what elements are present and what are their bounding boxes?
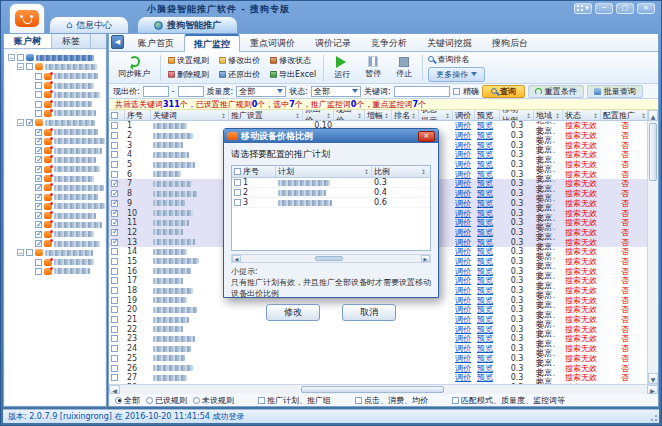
- column-header-kw[interactable]: 关键词↕: [151, 110, 229, 120]
- plan-header-plan[interactable]: 计划 ↕: [276, 166, 372, 177]
- tree-node[interactable]: [26, 267, 105, 276]
- scrollbar-thumb[interactable]: [301, 386, 444, 393]
- modify-button[interactable]: 修改: [266, 304, 320, 321]
- row-checkbox[interactable]: [111, 142, 118, 149]
- pause-button[interactable]: 暂停: [360, 56, 386, 79]
- tree-node[interactable]: [26, 211, 105, 220]
- tree-checkbox[interactable]: [35, 129, 42, 136]
- tree-checkbox[interactable]: [35, 268, 42, 275]
- dialog-close-button[interactable]: ✕: [418, 131, 435, 142]
- tree-checkbox[interactable]: [35, 138, 42, 145]
- tree-checkbox[interactable]: [26, 119, 33, 126]
- doc-tab-info-center[interactable]: ⌂信息中心: [49, 16, 129, 33]
- radio-icon[interactable]: [146, 397, 153, 404]
- row-checkbox[interactable]: [111, 248, 118, 255]
- tree-checkbox[interactable]: [35, 156, 42, 163]
- tree-node[interactable]: [26, 155, 105, 164]
- tree-checkbox[interactable]: [35, 259, 42, 266]
- tree-node[interactable]: [26, 127, 105, 136]
- tree-node[interactable]: [26, 192, 105, 201]
- display-option-0[interactable]: 推广计划、推广组: [258, 395, 331, 406]
- left-panel-tab-tags[interactable]: 标签: [52, 34, 91, 48]
- row-checkbox[interactable]: [111, 316, 118, 323]
- tree-node[interactable]: −: [17, 62, 105, 71]
- ribbon-tab-6[interactable]: 搜狗后台: [482, 34, 538, 51]
- query-rank-button[interactable]: 查询排名: [428, 54, 469, 65]
- checkbox-icon[interactable]: [452, 397, 459, 404]
- row-checkbox[interactable]: [111, 122, 118, 129]
- display-option-1[interactable]: 点击、消费、均价: [355, 395, 428, 406]
- ribbon-tab-2[interactable]: 重点词调价: [240, 34, 305, 51]
- radio-icon[interactable]: [193, 397, 200, 404]
- tree-checkbox[interactable]: [35, 166, 42, 173]
- scroll-right-button[interactable]: ▶: [647, 385, 658, 394]
- tree-node[interactable]: [26, 72, 105, 81]
- tree-checkbox[interactable]: [35, 194, 42, 201]
- column-header-config[interactable]: 配置推广↕: [601, 110, 649, 120]
- stop-button[interactable]: 停止: [391, 57, 417, 79]
- column-header-obid[interactable]: 原出价↕: [303, 110, 334, 120]
- tree-node[interactable]: [26, 165, 105, 174]
- row-checkbox[interactable]: [111, 171, 118, 178]
- column-header-status[interactable]: 状态↕: [563, 110, 601, 120]
- tree-node[interactable]: [26, 81, 105, 90]
- filter-radio-0[interactable]: 全部: [115, 395, 140, 406]
- toolbar-button-0[interactable]: 设置规则: [166, 54, 211, 68]
- row-checkbox[interactable]: [111, 180, 118, 187]
- tree-node[interactable]: −: [17, 118, 105, 127]
- tree-node[interactable]: [26, 137, 105, 146]
- plan-header-ratio[interactable]: 比例 ↕: [372, 166, 428, 177]
- row-checkbox[interactable]: [111, 210, 118, 217]
- tree-node[interactable]: [26, 90, 105, 99]
- tree-checkbox[interactable]: [35, 175, 42, 182]
- tree-checkbox[interactable]: [35, 231, 42, 238]
- tree-checkbox[interactable]: [35, 203, 42, 210]
- column-header-region[interactable]: 地域↕: [534, 110, 563, 120]
- row-checkbox[interactable]: [111, 229, 118, 236]
- tree-node[interactable]: [26, 239, 105, 248]
- tree-expander-icon[interactable]: −: [17, 63, 24, 70]
- radio-icon[interactable]: [115, 397, 122, 404]
- run-button[interactable]: 运行: [329, 56, 355, 80]
- display-option-2[interactable]: 匹配模式、质量度、监控词等: [452, 395, 565, 406]
- vertical-scrollbar[interactable]: ▲ ▼: [647, 110, 658, 384]
- row-checkbox[interactable]: [111, 287, 118, 294]
- plan-checkbox[interactable]: [234, 189, 241, 196]
- sync-account-button[interactable]: 同步账户: [113, 56, 155, 79]
- filter-radio-1[interactable]: 已设规则: [146, 395, 187, 406]
- scrollbar-thumb[interactable]: [315, 256, 343, 261]
- more-operations-button[interactable]: 更多操作: [428, 67, 485, 82]
- keyword-input[interactable]: [394, 86, 450, 97]
- minimize-button[interactable]: ─: [595, 3, 613, 14]
- batch-query-button[interactable]: 批量查询: [587, 85, 643, 98]
- filter-radio-2[interactable]: 未设规则: [193, 395, 234, 406]
- bid-min-input[interactable]: [143, 86, 169, 97]
- column-header-delta[interactable]: 增幅↕: [365, 110, 392, 120]
- ribbon-tab-4[interactable]: 竞争分析: [361, 34, 417, 51]
- tree-node[interactable]: [26, 220, 105, 229]
- tree-checkbox[interactable]: [35, 110, 42, 117]
- row-checkbox[interactable]: [111, 335, 118, 342]
- exact-checkbox[interactable]: [453, 88, 460, 95]
- tree-expander-icon[interactable]: −: [17, 119, 24, 126]
- tree-checkbox[interactable]: [26, 63, 33, 70]
- row-checkbox[interactable]: [111, 161, 118, 168]
- status-select[interactable]: 全部: [311, 86, 361, 97]
- doc-tab-sogou-promotion[interactable]: 搜狗智能推广: [137, 16, 238, 33]
- resize-grip[interactable]: [649, 413, 658, 422]
- row-checkbox[interactable]: [111, 326, 118, 333]
- tree-checkbox[interactable]: [35, 240, 42, 247]
- tree-node[interactable]: [26, 183, 105, 192]
- scroll-right-button[interactable]: ▶: [421, 255, 430, 262]
- plan-checkbox[interactable]: [234, 179, 241, 186]
- bid-max-input[interactable]: [178, 86, 204, 97]
- toolbar-button-1[interactable]: 删除规则: [166, 68, 211, 82]
- left-panel-tab-account-tree[interactable]: 账户树: [4, 34, 52, 48]
- cancel-button[interactable]: 取消: [342, 304, 396, 321]
- select-all-checkbox[interactable]: [111, 112, 118, 119]
- row-checkbox[interactable]: [111, 219, 118, 226]
- plan-row[interactable]: 10.3: [232, 178, 430, 188]
- tree-checkbox[interactable]: [35, 91, 42, 98]
- toolbar-button-2[interactable]: 修改出价: [217, 54, 262, 68]
- reset-conditions-button[interactable]: 重置条件: [528, 85, 584, 98]
